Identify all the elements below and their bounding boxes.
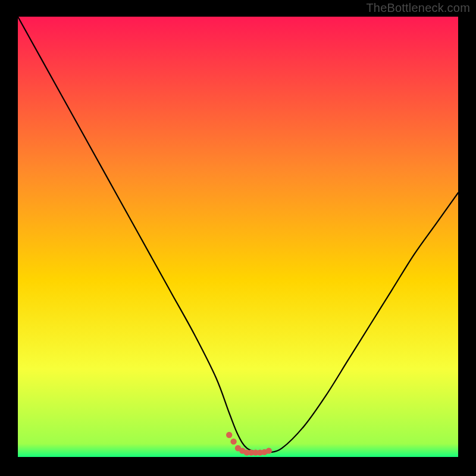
- gradient-background: [18, 17, 458, 457]
- watermark-text: TheBottleneck.com: [366, 1, 470, 15]
- plot-area: [18, 17, 458, 457]
- highlight-dot: [226, 432, 232, 438]
- highlight-dot: [230, 439, 236, 444]
- highlight-dot: [266, 447, 272, 453]
- bottleneck-chart: [18, 17, 458, 457]
- chart-frame: TheBottleneck.com: [0, 0, 476, 476]
